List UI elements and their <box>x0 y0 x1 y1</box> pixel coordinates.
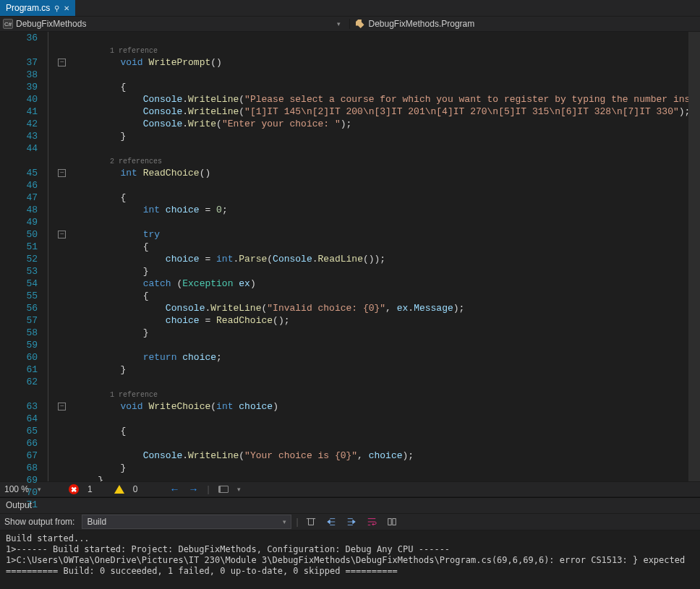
breadcrumb-class: DebugFixMethods.Program <box>369 19 475 29</box>
toggle-button[interactable] <box>384 515 400 529</box>
clear-output-button[interactable] <box>303 515 319 529</box>
editor-scrollbar[interactable] <box>688 32 700 481</box>
line-number: 49 <box>0 216 38 228</box>
code-line[interactable]: return choice; <box>75 351 700 364</box>
code-line[interactable]: choice = ReadChoice(); <box>75 314 700 327</box>
line-number: 67 <box>0 450 38 462</box>
indent-right-button[interactable] <box>343 515 359 529</box>
breadcrumb-project: DebugFixMethods <box>16 19 86 29</box>
breadcrumb-right[interactable]: DebugFixMethods.Program <box>349 19 698 29</box>
line-number: 44 <box>0 142 38 155</box>
warning-count: 0 <box>133 484 138 494</box>
editor-status-bar: 100 % ▾ ✖ 1 0 ← → | ▾ <box>0 481 700 497</box>
code-line[interactable]: Console.WriteLine("[1]IT 145\n[2]IT 200\… <box>75 106 700 118</box>
code-line[interactable]: { <box>75 241 700 253</box>
code-line[interactable]: Console.Write("Enter your choice: "); <box>75 118 700 130</box>
code-line[interactable]: } <box>75 474 700 481</box>
line-number: 54 <box>0 278 38 290</box>
code-line[interactable]: { <box>75 425 700 437</box>
breadcrumb-left[interactable]: C# DebugFixMethods ▾ <box>3 19 345 29</box>
code-editor[interactable]: 3637383940414243444546474849505152535455… <box>0 32 700 481</box>
codelens-references[interactable]: 2 references <box>75 155 700 167</box>
output-panel-title: Output <box>0 497 700 513</box>
code-line[interactable] <box>75 413 700 425</box>
tab-filename: Program.cs <box>6 3 50 13</box>
code-line[interactable]: void WritePrompt() <box>75 56 700 69</box>
code-line[interactable]: { <box>75 192 700 204</box>
nav-back-button[interactable]: ← <box>169 483 179 495</box>
line-number: 53 <box>0 265 38 278</box>
output-toolbar: Show output from: Build ▾ | <box>0 513 700 530</box>
tab-program-cs[interactable]: Program.cs ⚲ ✕ <box>0 0 75 16</box>
code-line[interactable]: } <box>75 462 700 474</box>
fold-column: −−−− <box>43 32 75 481</box>
line-number: 39 <box>0 81 38 93</box>
code-line[interactable] <box>75 32 700 44</box>
code-line[interactable]: int choice = 0; <box>75 204 700 216</box>
line-number: 40 <box>0 93 38 106</box>
csharp-icon: C# <box>3 19 13 29</box>
code-line[interactable] <box>75 437 700 450</box>
tab-strip: Program.cs ⚲ ✕ <box>0 0 700 16</box>
code-line[interactable] <box>75 69 700 81</box>
output-from-label: Show output from: <box>4 517 74 527</box>
indent-left-button[interactable] <box>323 515 339 529</box>
fold-toggle[interactable]: − <box>58 403 66 410</box>
code-line[interactable] <box>75 339 700 351</box>
line-number: 42 <box>0 118 38 130</box>
code-line[interactable]: Console.WriteLine("Your choice is {0}", … <box>75 450 700 462</box>
line-number-gutter: 3637383940414243444546474849505152535455… <box>0 32 43 481</box>
codelens-references[interactable]: 1 reference <box>75 388 700 400</box>
close-icon[interactable]: ✕ <box>64 4 69 12</box>
code-line[interactable] <box>75 179 700 192</box>
line-number: 47 <box>0 192 38 204</box>
line-number: 65 <box>0 425 38 437</box>
code-line[interactable] <box>75 216 700 228</box>
code-line[interactable]: } <box>75 364 700 376</box>
svg-rect-0 <box>388 519 390 525</box>
fold-toggle[interactable]: − <box>58 59 66 66</box>
code-area[interactable]: 1 reference void WritePrompt() { Console… <box>75 32 700 481</box>
line-number: 50 <box>0 228 38 241</box>
code-line[interactable]: { <box>75 81 700 93</box>
line-number: 62 <box>0 376 38 388</box>
toggle-icon[interactable] <box>218 486 229 493</box>
separator: | <box>207 484 209 494</box>
warning-icon[interactable] <box>114 485 124 494</box>
output-source-dropdown[interactable]: Build ▾ <box>82 515 291 529</box>
nav-forward-button[interactable]: → <box>188 483 198 495</box>
wrench-icon <box>356 20 364 28</box>
output-body[interactable]: Build started... 1>------ Build started:… <box>0 530 700 580</box>
chevron-down-icon: ▾ <box>283 518 286 525</box>
code-line[interactable]: } <box>75 265 700 278</box>
code-line[interactable]: Console.WriteLine("Please select a cours… <box>75 93 700 106</box>
code-line[interactable]: catch (Exception ex) <box>75 278 700 290</box>
line-number: 56 <box>0 302 38 314</box>
output-source-value: Build <box>87 517 106 527</box>
fold-toggle[interactable]: − <box>58 169 66 177</box>
codelens-references[interactable]: 1 reference <box>75 44 700 56</box>
line-number: 51 <box>0 241 38 253</box>
code-line[interactable] <box>75 376 700 388</box>
line-number: 37 <box>0 56 38 69</box>
word-wrap-button[interactable] <box>364 515 380 529</box>
chevron-down-icon[interactable]: ▾ <box>38 486 41 493</box>
chevron-down-icon[interactable]: ▾ <box>237 486 241 493</box>
pin-icon[interactable]: ⚲ <box>54 4 59 12</box>
code-line[interactable]: int ReadChoice() <box>75 167 700 179</box>
error-count: 1 <box>88 484 93 494</box>
error-icon[interactable]: ✖ <box>69 484 79 494</box>
line-number: 64 <box>0 413 38 425</box>
code-line[interactable]: void WriteChoice(int choice) <box>75 400 700 413</box>
code-line[interactable]: Console.WriteLine("Invalid choice: {0}",… <box>75 302 700 314</box>
chevron-down-icon[interactable]: ▾ <box>337 20 341 27</box>
code-line[interactable]: choice = int.Parse(Console.ReadLine()); <box>75 253 700 265</box>
code-line[interactable]: } <box>75 130 700 142</box>
zoom-level[interactable]: 100 % <box>4 484 29 494</box>
fold-toggle[interactable]: − <box>58 231 66 238</box>
line-number: 36 <box>0 32 38 44</box>
code-line[interactable] <box>75 142 700 155</box>
code-line[interactable]: } <box>75 327 700 339</box>
code-line[interactable]: { <box>75 290 700 302</box>
code-line[interactable]: try <box>75 228 700 241</box>
